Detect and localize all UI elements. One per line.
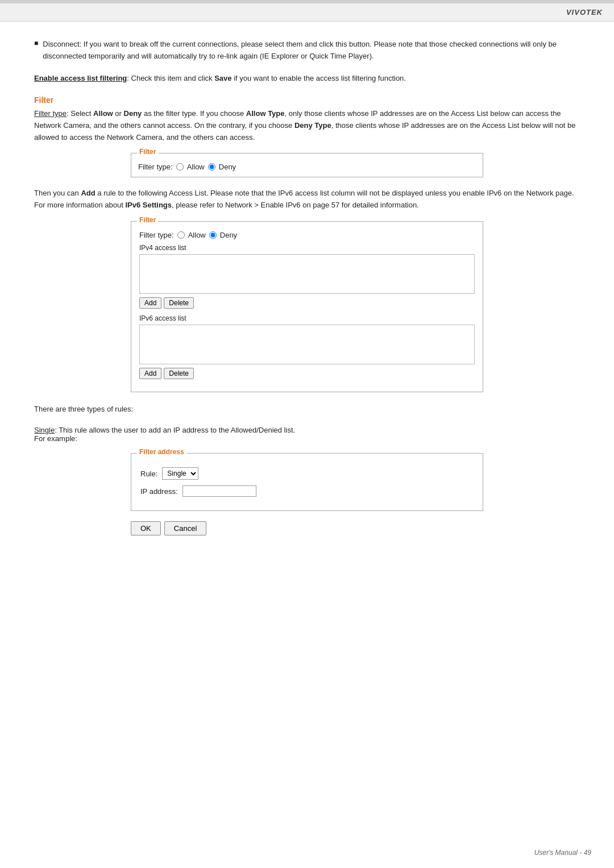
save-label: Save — [214, 74, 231, 82]
ipv6-area — [139, 325, 475, 364]
enable-access-text2: if you want to enable the access list fi… — [232, 74, 406, 82]
header-bar: VIVOTEK — [0, 3, 614, 22]
filter-heading: Filter — [34, 95, 580, 105]
add-bold: Add — [81, 189, 95, 197]
rule-select[interactable]: Single — [162, 467, 198, 480]
filter-type-row-2: Filter type: Allow Deny — [139, 231, 475, 239]
ipv6-delete-btn[interactable]: Delete — [164, 368, 194, 379]
cancel-button[interactable]: Cancel — [164, 521, 206, 535]
filter-type-desc: Filter type: Select Allow or Deny as the… — [34, 108, 580, 143]
ipv6-add-btn[interactable]: Add — [139, 368, 161, 379]
allow-bold: Allow — [93, 109, 113, 118]
ok-cancel-row: OK Cancel — [131, 521, 483, 535]
footer-label: User's Manual - 49 — [534, 849, 591, 857]
rule-label: Rule: — [140, 470, 157, 478]
allow-type-bold: Allow Type — [246, 109, 285, 118]
single-desc-line: Single: This rule allows the user to add… — [34, 426, 580, 434]
three-types-section: There are three types of rules: Single: … — [34, 404, 580, 443]
radio-deny-label-2: Deny — [220, 231, 237, 239]
ipv6-label: IPv6 access list — [139, 314, 475, 322]
radio-deny-1[interactable] — [208, 163, 215, 171]
filter-box1-legend: Filter — [137, 148, 158, 156]
radio-deny-2[interactable] — [209, 231, 217, 239]
ipv4-btn-row: Add Delete — [139, 297, 475, 309]
disconnect-section: ■ Disconnect: If you want to break off t… — [34, 39, 580, 63]
rule-row: Rule: Single — [140, 467, 474, 480]
disconnect-bullet-item: ■ Disconnect: If you want to break off t… — [34, 39, 580, 63]
ipv6-btn-row: Add Delete — [139, 368, 475, 379]
ipv4-add-btn[interactable]: Add — [139, 297, 161, 309]
radio-allow-2[interactable] — [177, 231, 185, 239]
ip-address-label: IP address: — [140, 487, 178, 496]
filter-address-legend: Filter address — [137, 448, 186, 456]
ipv4-label: IPv4 access list — [139, 244, 475, 252]
ipv6-settings-bold: IPv6 Settings — [125, 201, 172, 209]
for-example-line: For example: — [34, 434, 580, 443]
filter-type-row-1: Filter type: Allow Deny — [138, 163, 476, 171]
single-desc: : This rule allows the user to add an IP… — [55, 426, 295, 434]
enable-access-label: Enable access list filtering — [34, 74, 127, 82]
filter-type-label-1: Filter type: — [138, 163, 173, 171]
filter-type-label-2: Filter type: — [139, 231, 174, 239]
radio-allow-1[interactable] — [176, 163, 184, 171]
brand-label: VIVOTEK — [566, 8, 603, 16]
ip-address-input[interactable] — [182, 485, 256, 497]
disconnect-text: Disconnect: If you want to break off the… — [43, 39, 580, 63]
enable-access-line: Enable access list filtering: Check this… — [34, 73, 580, 85]
deny-bold: Deny — [124, 109, 142, 118]
ipv4-area — [139, 254, 475, 294]
add-rule-paragraph: Then you can Add a rule to the following… — [34, 188, 580, 211]
filter-box-2: Filter Filter type: Allow Deny IPv4 acce… — [131, 221, 483, 392]
radio-deny-label-1: Deny — [219, 163, 236, 171]
filter-type-label-text: Filter type — [34, 109, 67, 118]
single-label: Single — [34, 426, 55, 434]
filter-box-1: Filter Filter type: Allow Deny — [131, 153, 483, 177]
content-area: ■ Disconnect: If you want to break off t… — [0, 22, 614, 581]
filter-box2-legend: Filter — [137, 216, 158, 224]
radio-allow-label-2: Allow — [188, 231, 206, 239]
three-types-intro: There are three types of rules: — [34, 404, 580, 416]
bullet-icon: ■ — [34, 39, 38, 63]
ipv4-delete-btn[interactable]: Delete — [164, 297, 194, 309]
filter-address-box: Filter address Rule: Single IP address: — [131, 453, 483, 511]
page: VIVOTEK ■ Disconnect: If you want to bre… — [0, 0, 614, 868]
deny-type-bold: Deny Type — [294, 121, 331, 130]
ok-button[interactable]: OK — [131, 521, 161, 535]
ip-address-row: IP address: — [140, 485, 474, 497]
radio-allow-label-1: Allow — [187, 163, 205, 171]
enable-access-text1: : Check this item and click — [127, 74, 214, 82]
